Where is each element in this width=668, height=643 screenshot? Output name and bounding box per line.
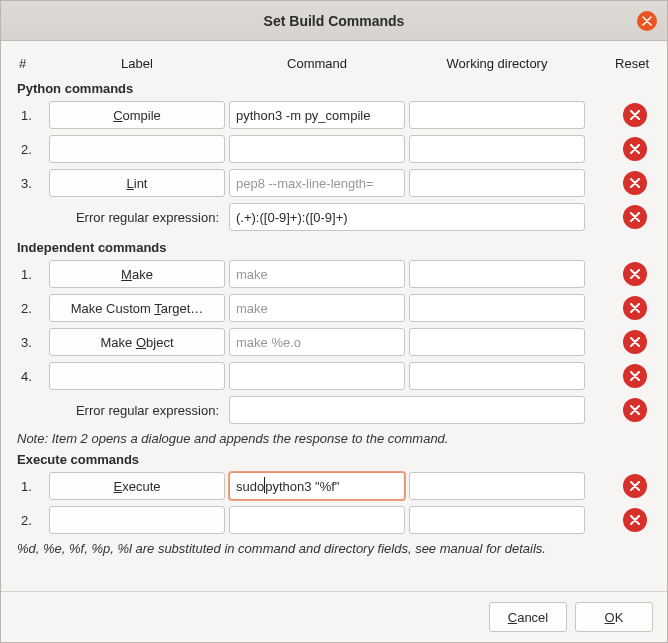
x-icon <box>630 515 640 525</box>
python-regex-row: Error regular expression: <box>17 200 651 234</box>
regex-label: Error regular expression: <box>17 210 227 225</box>
execute-row-2: 2. <box>17 503 651 537</box>
reset-button[interactable] <box>623 508 647 532</box>
reset-button[interactable] <box>623 171 647 195</box>
section-title-execute: Execute commands <box>17 452 651 467</box>
label-button-compile[interactable]: Compile <box>49 101 225 129</box>
row-number: 4. <box>17 369 47 384</box>
window-title: Set Build Commands <box>264 13 405 29</box>
close-icon <box>642 16 652 26</box>
x-icon <box>630 269 640 279</box>
python-row-1: 1. Compile <box>17 98 651 132</box>
python-row-2: 2. <box>17 132 651 166</box>
reset-button[interactable] <box>623 296 647 320</box>
x-icon <box>630 144 640 154</box>
command-input[interactable] <box>229 362 405 390</box>
command-input[interactable] <box>229 294 405 322</box>
workdir-input[interactable] <box>409 328 585 356</box>
row-number: 1. <box>17 267 47 282</box>
x-icon <box>630 212 640 222</box>
x-icon <box>630 337 640 347</box>
regex-label: Error regular expression: <box>17 403 227 418</box>
regex-input[interactable] <box>229 396 585 424</box>
command-input[interactable] <box>229 169 405 197</box>
independent-regex-row: Error regular expression: <box>17 393 651 427</box>
titlebar: Set Build Commands <box>1 1 667 41</box>
header-command: Command <box>227 56 407 71</box>
label-button-make-object[interactable]: Make Object <box>49 328 225 356</box>
row-number: 2. <box>17 301 47 316</box>
regex-input[interactable] <box>229 203 585 231</box>
row-number: 3. <box>17 335 47 350</box>
row-number: 2. <box>17 142 47 157</box>
label-button-lint[interactable]: Lint <box>49 169 225 197</box>
reset-button[interactable] <box>623 474 647 498</box>
substitution-note: %d, %e, %f, %p, %l are substituted in co… <box>17 541 651 556</box>
command-input[interactable] <box>229 506 405 534</box>
workdir-input[interactable] <box>409 472 585 500</box>
command-input-focused[interactable]: sudo python3 "%f" <box>229 472 405 500</box>
reset-button[interactable] <box>623 398 647 422</box>
row-number: 3. <box>17 176 47 191</box>
reset-button[interactable] <box>623 330 647 354</box>
x-icon <box>630 481 640 491</box>
reset-button[interactable] <box>623 262 647 286</box>
independent-note: Note: Item 2 opens a dialogue and append… <box>17 431 651 446</box>
workdir-input[interactable] <box>409 101 585 129</box>
header-reset: Reset <box>587 56 651 71</box>
header-label: Label <box>47 56 227 71</box>
execute-row-1: 1. Execute sudo python3 "%f" <box>17 469 651 503</box>
command-input[interactable] <box>229 135 405 163</box>
reset-button[interactable] <box>623 137 647 161</box>
header-number: # <box>17 56 47 71</box>
column-headers: # Label Command Working directory Reset <box>17 51 651 75</box>
label-button-execute[interactable]: Execute <box>49 472 225 500</box>
x-icon <box>630 405 640 415</box>
header-working-directory: Working directory <box>407 56 587 71</box>
reset-button[interactable] <box>623 205 647 229</box>
window-close-button[interactable] <box>637 11 657 31</box>
section-title-independent: Independent commands <box>17 240 651 255</box>
dialog-window: Set Build Commands # Label Command Worki… <box>0 0 668 643</box>
dialog-footer: Cancel OK <box>1 591 667 642</box>
workdir-input[interactable] <box>409 506 585 534</box>
reset-button[interactable] <box>623 364 647 388</box>
label-button-empty[interactable] <box>49 506 225 534</box>
x-icon <box>630 178 640 188</box>
workdir-input[interactable] <box>409 135 585 163</box>
row-number: 1. <box>17 108 47 123</box>
ok-button[interactable]: OK <box>575 602 653 632</box>
cmd-text-post: python3 "%f" <box>265 479 339 494</box>
label-button-make-custom-target[interactable]: Make Custom Target… <box>49 294 225 322</box>
x-icon <box>630 110 640 120</box>
independent-row-4: 4. <box>17 359 651 393</box>
label-button-empty[interactable] <box>49 135 225 163</box>
python-row-3: 3. Lint <box>17 166 651 200</box>
workdir-input[interactable] <box>409 294 585 322</box>
x-icon <box>630 371 640 381</box>
cancel-button[interactable]: Cancel <box>489 602 567 632</box>
workdir-input[interactable] <box>409 362 585 390</box>
command-input[interactable] <box>229 101 405 129</box>
row-number: 1. <box>17 479 47 494</box>
x-icon <box>630 303 640 313</box>
label-button-empty[interactable] <box>49 362 225 390</box>
independent-row-1: 1. Make <box>17 257 651 291</box>
independent-row-2: 2. Make Custom Target… <box>17 291 651 325</box>
section-title-python: Python commands <box>17 81 651 96</box>
reset-button[interactable] <box>623 103 647 127</box>
text-caret <box>264 477 265 493</box>
independent-row-3: 3. Make Object <box>17 325 651 359</box>
dialog-content: # Label Command Working directory Reset … <box>1 41 667 591</box>
cmd-text-pre: sudo <box>236 479 264 494</box>
command-input[interactable] <box>229 260 405 288</box>
workdir-input[interactable] <box>409 260 585 288</box>
command-input[interactable] <box>229 328 405 356</box>
row-number: 2. <box>17 513 47 528</box>
workdir-input[interactable] <box>409 169 585 197</box>
label-button-make[interactable]: Make <box>49 260 225 288</box>
